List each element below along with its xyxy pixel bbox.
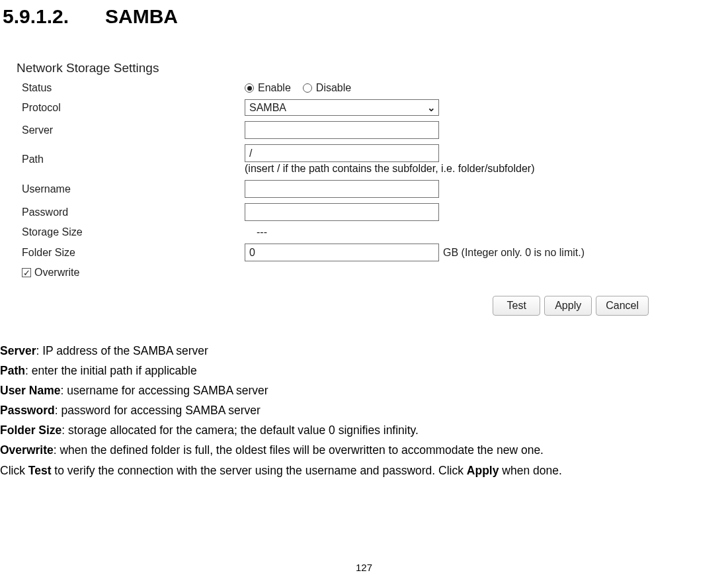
desc-pass-t: : password for accessing SAMBA server <box>55 404 261 417</box>
desc-user-b: User Name <box>0 384 60 397</box>
desc-path-t: : enter the initial path if applicable <box>25 364 197 377</box>
server-label: Server <box>17 124 245 136</box>
protocol-value: SAMBA <box>249 102 286 114</box>
radio-disable[interactable] <box>303 83 312 93</box>
password-label: Password <box>17 206 245 218</box>
desc-user-t: : username for accessing SAMBA server <box>60 384 268 397</box>
desc-test-b: Test <box>28 464 52 477</box>
desc-click1-t: to verify the connection with the server… <box>51 464 466 477</box>
status-radio-group: Enable Disable <box>245 82 728 94</box>
protocol-select[interactable]: SAMBA ⌄ <box>245 99 439 116</box>
path-label: Path <box>17 154 245 165</box>
radio-disable-label: Disable <box>316 82 351 94</box>
desc-ovr-t: : when the defined folder is full, the o… <box>54 443 544 457</box>
storage-size-value: --- <box>245 226 728 238</box>
path-hint: (insert / if the path contains the subfo… <box>245 163 728 175</box>
desc-click1: Click <box>0 464 28 477</box>
overwrite-label: Overwrite <box>34 267 79 279</box>
desc-fsize-b: Folder Size <box>0 424 61 437</box>
desc-fsize-t: : storage allocated for the camera; the … <box>61 424 419 437</box>
page-number: 127 <box>0 562 728 573</box>
path-input[interactable]: / <box>245 144 439 162</box>
desc-path-b: Path <box>0 364 25 377</box>
protocol-label: Protocol <box>17 102 245 114</box>
desc-server-b: Server <box>0 344 36 357</box>
desc-pass-b: Password <box>0 404 55 417</box>
status-label: Status <box>17 82 245 94</box>
radio-enable-label: Enable <box>258 82 291 94</box>
username-input[interactable] <box>245 180 439 198</box>
test-button[interactable]: Test <box>493 296 540 316</box>
radio-enable[interactable] <box>245 83 254 93</box>
desc-ovr-b: Overwrite <box>0 443 54 457</box>
folder-size-label: Folder Size <box>17 247 245 259</box>
password-input[interactable] <box>245 203 439 221</box>
folder-size-input[interactable]: 0 <box>245 244 439 261</box>
overwrite-checkbox[interactable]: ✓ <box>22 268 31 277</box>
folder-size-unit: GB (Integer only. 0 is no limit.) <box>443 247 585 259</box>
apply-button[interactable]: Apply <box>544 296 592 316</box>
section-heading: 5.9.1.2.SAMBA <box>0 0 728 28</box>
cancel-button[interactable]: Cancel <box>596 296 649 316</box>
username-label: Username <box>17 183 245 195</box>
server-input[interactable] <box>245 121 439 139</box>
heading-number: 5.9.1.2. <box>3 5 105 28</box>
chevron-down-icon: ⌄ <box>427 102 436 114</box>
heading-title: SAMBA <box>105 5 178 27</box>
desc-apply-b: Apply <box>467 464 499 477</box>
panel-title: Network Storage Settings <box>17 61 728 75</box>
descriptions: Server: IP address of the SAMBA server P… <box>0 341 728 480</box>
check-icon: ✓ <box>23 269 30 277</box>
desc-server-t: : IP address of the SAMBA server <box>36 344 208 357</box>
desc-click1-end: when done. <box>499 464 561 477</box>
storage-size-label: Storage Size <box>17 226 245 238</box>
settings-panel: Network Storage Settings Status Enable D… <box>17 61 728 316</box>
